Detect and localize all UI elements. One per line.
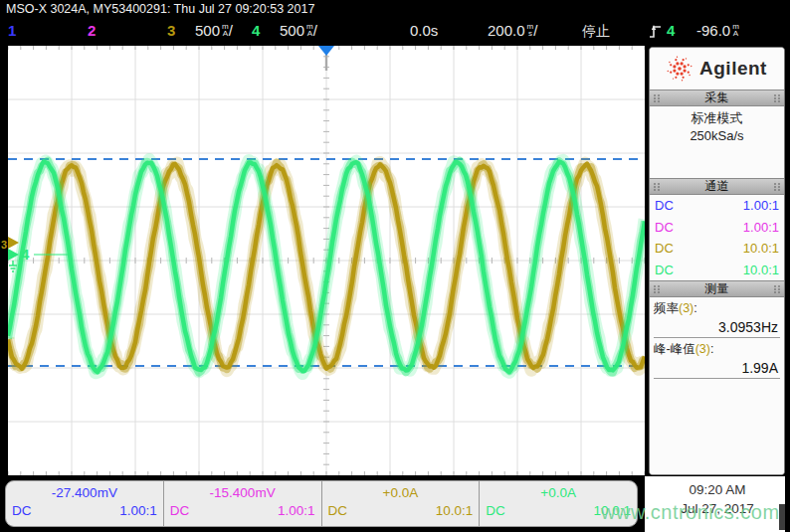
trigger-edge-icon[interactable]: [649, 18, 662, 46]
channel-row-3[interactable]: DC 10.0:1: [650, 238, 784, 260]
titlebar: MSO-X 3024A, MY53400291: Thu Jul 27 09:2…: [0, 0, 790, 18]
channel-2-box[interactable]: -15.400mV DC 1.00:1: [164, 481, 322, 526]
measurement-value: 1.99A: [654, 358, 780, 379]
waveform-display: 4: [8, 46, 645, 475]
measurement-label: 峰-峰值: [654, 342, 695, 356]
channel-1-badge[interactable]: 1: [8, 18, 16, 46]
channel-offset-value: -27.400mV: [12, 484, 157, 501]
watermark: www.cntronics.com: [601, 501, 780, 524]
grip-icon: [653, 182, 661, 192]
grip-icon: [773, 284, 781, 294]
panel-spacer: [650, 145, 784, 178]
channel-offset-value: -15.400mV: [170, 484, 315, 501]
coupling: DC: [486, 501, 505, 520]
grip-icon: [653, 93, 661, 103]
coupling: DC: [328, 501, 348, 520]
agilent-logo-icon: [667, 56, 692, 82]
timebase-readout[interactable]: 200.0ms/: [488, 18, 537, 46]
probe-ratio: 1.00:1: [278, 501, 315, 520]
coupling: DC: [655, 217, 674, 239]
coupling: DC: [170, 501, 190, 520]
status-row: 1 2 3 500mA/ 4 500mA/ 0.0s 200.0ms/ 停止 4…: [0, 18, 790, 46]
channel-row-1[interactable]: DC 1.00:1: [650, 195, 784, 217]
delay-readout[interactable]: 0.0s: [410, 18, 438, 46]
channel-3-box[interactable]: +0.0A DC 10.0:1: [322, 481, 481, 526]
coupling: DC: [12, 501, 32, 520]
acquisition-title: 采集: [661, 89, 773, 106]
panel-header-acquisition[interactable]: 采集: [650, 89, 784, 106]
trigger-position-marker[interactable]: [318, 46, 334, 56]
channel-3-badge[interactable]: 3: [167, 18, 175, 46]
run-state[interactable]: 停止: [582, 18, 610, 46]
channel-4-label: 4: [21, 246, 30, 263]
sample-rate: 250kSa/s: [650, 127, 784, 145]
coupling: DC: [655, 195, 674, 217]
screen-right-edge: [785, 0, 790, 532]
trigger-source[interactable]: 4: [667, 18, 675, 46]
measurement-source: (3): [695, 342, 710, 356]
probe-ratio: 1.00:1: [743, 195, 779, 217]
channel-3-ground-marker[interactable]: 3: [1, 239, 7, 251]
channel-4-scale[interactable]: 500mA/: [280, 18, 317, 46]
channel-2-badge[interactable]: 2: [88, 18, 96, 46]
channel-status-bar: -27.400mV DC 1.00:1 -15.400mV DC 1.00:1 …: [5, 480, 638, 527]
instrument-title: MSO-X 3024A, MY53400291: Thu Jul 27 09:2…: [6, 2, 314, 16]
probe-ratio: 10.0:1: [436, 501, 474, 520]
measurement-value: 3.0953Hz: [654, 317, 780, 338]
channel-3-scale[interactable]: 500mA/: [195, 18, 233, 46]
panel-header-channels[interactable]: 通道: [650, 178, 784, 195]
ch4-unit: mA: [306, 24, 313, 37]
measurement-peak-to-peak[interactable]: 峰-峰值(3): 1.99A: [650, 338, 784, 379]
grip-icon: [653, 284, 661, 294]
trigger-level-unit: mA: [732, 24, 739, 37]
sidebar: Agilent 采集 标准模式 250kSa/s 通道 DC 1.00:1 DC…: [649, 47, 785, 475]
measure-title: 测量: [661, 280, 773, 297]
probe-ratio: 1.00:1: [119, 501, 157, 520]
grip-icon: [773, 182, 781, 192]
channel-1-box[interactable]: -27.400mV DC 1.00:1: [6, 481, 164, 526]
grip-icon: [773, 93, 781, 103]
panel-filler: [650, 379, 784, 475]
panel-header-measure[interactable]: 测量: [650, 280, 784, 297]
probe-ratio: 10.0:1: [743, 260, 779, 281]
measurement-source: (3): [679, 301, 693, 315]
brand-row: Agilent: [650, 48, 784, 89]
channels-title: 通道: [661, 178, 773, 195]
scope-graticule: 4: [8, 46, 645, 475]
probe-ratio: 10.0:1: [743, 238, 779, 260]
coupling: DC: [655, 238, 674, 260]
measurement-frequency[interactable]: 频率(3): 3.0953Hz: [650, 297, 784, 338]
channel-row-2[interactable]: DC 1.00:1: [650, 217, 784, 239]
clock-time: 09:20 AM: [645, 482, 790, 497]
coupling: DC: [655, 260, 674, 281]
channel-offset-value: +0.0A: [486, 484, 631, 501]
brand-name: Agilent: [699, 58, 767, 80]
measurement-label: 频率: [654, 301, 679, 315]
ch3-unit: mA: [222, 24, 229, 37]
trigger-time-tick: [325, 55, 327, 71]
trigger-level-readout[interactable]: -96.0mA: [696, 18, 739, 46]
channel-offset-value: +0.0A: [328, 484, 474, 501]
channel-row-4[interactable]: DC 10.0:1: [650, 260, 784, 281]
acquisition-mode: 标准模式: [650, 109, 784, 127]
probe-ratio: 1.00:1: [743, 217, 779, 239]
channel-4-badge[interactable]: 4: [252, 18, 260, 46]
